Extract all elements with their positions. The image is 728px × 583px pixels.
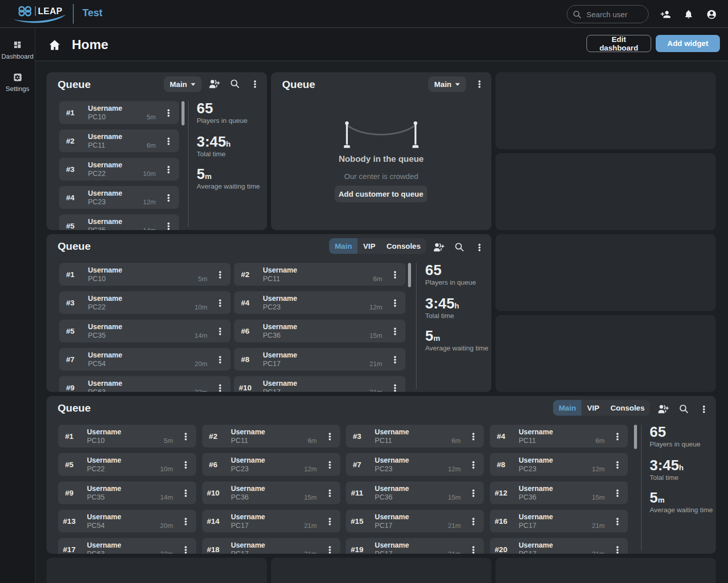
svg-text:LEAP: LEAP	[38, 6, 62, 16]
